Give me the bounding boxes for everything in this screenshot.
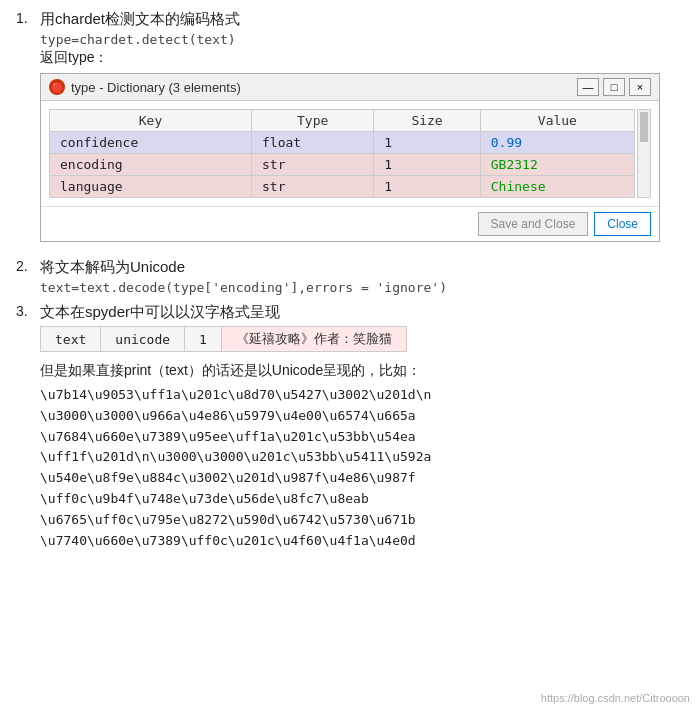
- maximize-button[interactable]: □: [603, 78, 625, 96]
- dict-table: Key Type Size Value confidence float 1 0…: [49, 109, 635, 198]
- cell-value: 《延禧攻略》作者：笑脸猫: [221, 327, 406, 352]
- save-close-button[interactable]: Save and Close: [478, 212, 589, 236]
- cell-key: language: [50, 176, 252, 198]
- dict-titlebar-left: 🔴 type - Dictionary (3 elements): [49, 79, 241, 95]
- close-window-button[interactable]: ×: [629, 78, 651, 96]
- unicode-table: text unicode 1 《延禧攻略》作者：笑脸猫: [40, 326, 407, 352]
- dict-footer: Save and Close Close: [41, 206, 659, 241]
- item-3-content: 文本在spyder中可以以汉字格式呈现 text unicode 1 《延禧攻略…: [40, 303, 682, 551]
- scrollbar-thumb: [640, 112, 648, 142]
- cell-value: 0.99: [480, 132, 634, 154]
- col-key: Key: [50, 110, 252, 132]
- item-2-heading: 将文本解码为Unicode: [40, 258, 682, 277]
- escape-line: \u3000\u3000\u966a\u4e86\u5979\u4e00\u65…: [40, 408, 416, 423]
- minimize-button[interactable]: —: [577, 78, 599, 96]
- cell-size: 1: [374, 132, 480, 154]
- table-row: text unicode 1 《延禧攻略》作者：笑脸猫: [41, 327, 407, 352]
- cell-type: str: [251, 154, 373, 176]
- table-row: language str 1 Chinese: [50, 176, 635, 198]
- item-1-code: type=chardet.detect(text): [40, 32, 682, 47]
- cell-key: encoding: [50, 154, 252, 176]
- cell-unicode: unicode: [101, 327, 185, 352]
- scrollbar[interactable]: [637, 109, 651, 198]
- item-2-code: text=text.decode(type['encoding'],errors…: [40, 280, 682, 295]
- dict-window: 🔴 type - Dictionary (3 elements) — □ × K…: [40, 73, 660, 242]
- watermark: https://blog.csdn.net/Citroooon: [541, 692, 690, 704]
- dict-title: type - Dictionary (3 elements): [71, 80, 241, 95]
- escape-line: \u6765\uff0c\u795e\u8272\u590d\u6742\u57…: [40, 512, 416, 527]
- dict-icon: 🔴: [49, 79, 65, 95]
- item-1: 1. 用chardet检测文本的编码格式 type=chardet.detect…: [16, 10, 682, 252]
- cell-type: float: [251, 132, 373, 154]
- col-size: Size: [374, 110, 480, 132]
- col-type: Type: [251, 110, 373, 132]
- escape-line: \u7b14\u9053\uff1a\u201c\u8d70\u5427\u30…: [40, 387, 431, 402]
- para-text: 但是如果直接print（text）的话还是以Unicode呈现的，比如：: [40, 360, 682, 381]
- item-2-content: 将文本解码为Unicode text=text.decode(type['enc…: [40, 258, 682, 297]
- item-3-heading: 文本在spyder中可以以汉字格式呈现: [40, 303, 682, 322]
- item-1-heading: 用chardet检测文本的编码格式: [40, 10, 682, 29]
- cell-one: 1: [185, 327, 222, 352]
- item-1-label: 返回type：: [40, 49, 682, 67]
- cell-value: GB2312: [480, 154, 634, 176]
- cell-type: str: [251, 176, 373, 198]
- item-2: 2. 将文本解码为Unicode text=text.decode(type['…: [16, 258, 682, 297]
- item-2-num: 2.: [16, 258, 40, 297]
- escape-line: \u7684\u660e\u7389\u95ee\uff1a\u201c\u53…: [40, 429, 416, 444]
- dict-table-area: Key Type Size Value confidence float 1 0…: [41, 101, 659, 206]
- dict-titlebar-controls[interactable]: — □ ×: [577, 78, 651, 96]
- item-3: 3. 文本在spyder中可以以汉字格式呈现 text unicode 1 《延…: [16, 303, 682, 551]
- escape-line: \u540e\u8f9e\u884c\u3002\u201d\u987f\u4e…: [40, 470, 416, 485]
- dict-titlebar: 🔴 type - Dictionary (3 elements) — □ ×: [41, 74, 659, 101]
- escape-line: \u7740\u660e\u7389\uff0c\u201c\u4f60\u4f…: [40, 533, 416, 548]
- cell-key: confidence: [50, 132, 252, 154]
- item-3-num: 3.: [16, 303, 40, 551]
- cell-value: Chinese: [480, 176, 634, 198]
- table-row: confidence float 1 0.99: [50, 132, 635, 154]
- close-button[interactable]: Close: [594, 212, 651, 236]
- cell-size: 1: [374, 176, 480, 198]
- item-1-num: 1.: [16, 10, 40, 252]
- table-row: encoding str 1 GB2312: [50, 154, 635, 176]
- cell-size: 1: [374, 154, 480, 176]
- cell-text: text: [41, 327, 101, 352]
- escape-line: \uff1f\u201d\n\u3000\u3000\u201c\u53bb\u…: [40, 449, 431, 464]
- col-value: Value: [480, 110, 634, 132]
- item-1-content: 用chardet检测文本的编码格式 type=chardet.detect(te…: [40, 10, 682, 252]
- escape-line: \uff0c\u9b4f\u748e\u73de\u56de\u8fc7\u8e…: [40, 491, 369, 506]
- escape-text: \u7b14\u9053\uff1a\u201c\u8d70\u5427\u30…: [40, 385, 682, 551]
